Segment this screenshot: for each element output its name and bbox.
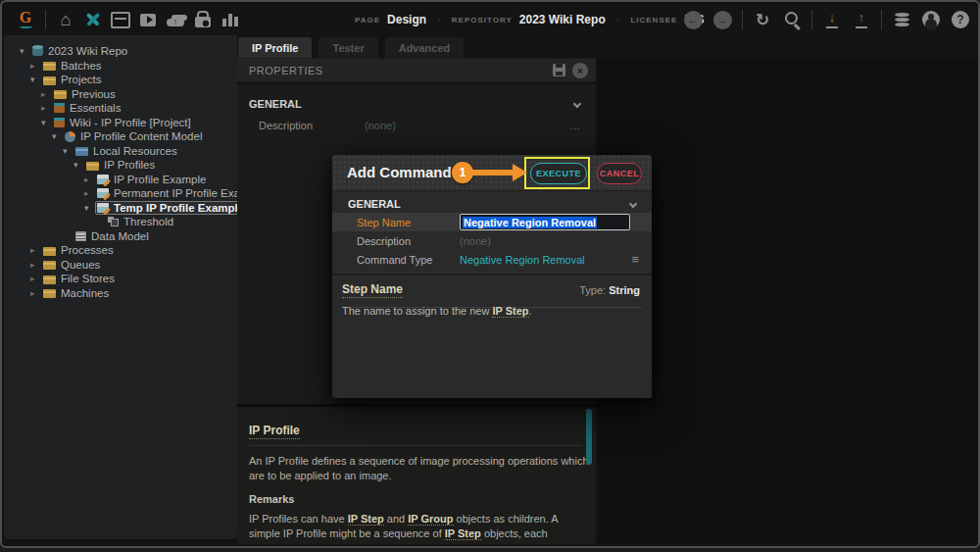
tree-item-label: Temp IP Profile Example xyxy=(114,202,237,214)
search-icon[interactable] xyxy=(780,7,804,32)
dialog-general-section[interactable]: GENERAL xyxy=(332,195,652,213)
step-name-input[interactable]: Negative Region Removal xyxy=(460,214,630,230)
expand-arrow-icon[interactable]: ▸ xyxy=(41,103,52,113)
tree-item-ip-profile-example[interactable]: ▸IP Profile Example xyxy=(4,173,237,187)
page-value[interactable]: Design xyxy=(387,13,426,26)
tree-item-content: Threshold xyxy=(106,215,178,228)
tree-item-machines[interactable]: ▸Machines xyxy=(4,286,237,301)
doc-link-ip-group[interactable]: IP Group xyxy=(408,513,453,526)
doc-link-ip-step[interactable]: IP Step xyxy=(445,527,481,540)
field-row-step-name[interactable]: Step NameNegative Region Removal xyxy=(332,213,652,231)
tree-item-content: Projects xyxy=(41,73,107,86)
expand-arrow-icon[interactable]: ▾ xyxy=(20,46,30,56)
doc-text-segment: The name to assign to the new xyxy=(342,305,492,317)
breadcrumb: PAGE Design · REPOSITORY 2023 Wiki Repo … xyxy=(355,4,704,35)
expand-arrow-icon[interactable]: ▸ xyxy=(30,288,41,298)
ellipsis-icon[interactable]: … xyxy=(569,120,580,131)
tree-item-local-resources[interactable]: ▾Local Resources xyxy=(4,144,237,159)
field-type-info: Type: String xyxy=(579,284,640,296)
tree-item-data-model[interactable]: Data Model xyxy=(4,229,237,244)
expand-arrow-icon[interactable]: ▾ xyxy=(63,146,74,156)
expand-arrow-icon[interactable]: ▸ xyxy=(84,175,95,184)
expand-arrow-icon[interactable]: ▾ xyxy=(30,75,41,84)
cloud-upload-icon[interactable] xyxy=(164,7,187,32)
image-icon xyxy=(97,188,109,198)
expand-arrow-icon[interactable]: ▸ xyxy=(30,260,41,270)
properties-header: PROPERTIES × xyxy=(237,59,596,84)
media-box-icon[interactable] xyxy=(136,7,160,32)
folder-blue-icon xyxy=(75,147,88,156)
tab-advanced[interactable]: Advanced xyxy=(385,37,465,58)
repository-label: REPOSITORY xyxy=(452,16,513,25)
tree-item-projects[interactable]: ▾Projects xyxy=(4,73,237,87)
toolbar-group xyxy=(751,7,804,32)
tree-item-label: Essentials xyxy=(70,102,121,114)
doc-text-segment: IP Profiles can have xyxy=(249,513,348,525)
breadcrumb-separator: · xyxy=(616,14,620,25)
refresh-icon[interactable] xyxy=(751,7,774,32)
forward-icon[interactable] xyxy=(710,7,734,32)
field-value: Negative Region Removal xyxy=(460,254,585,266)
tree-item-threshold[interactable]: Threshold xyxy=(4,215,237,229)
expand-arrow-icon[interactable]: ▸ xyxy=(84,188,95,198)
tree-item-temp-ip-profile-example[interactable]: ▾Temp IP Profile Example xyxy=(4,201,237,216)
toolbar-divider xyxy=(742,10,743,29)
upload-icon[interactable] xyxy=(850,7,873,32)
folder-icon xyxy=(86,162,99,171)
job-bag-icon[interactable] xyxy=(191,7,215,32)
tree-item-file-stores[interactable]: ▸File Stores xyxy=(4,272,237,286)
cancel-button[interactable]: CANCEL xyxy=(597,163,642,184)
expand-arrow-icon[interactable]: ▾ xyxy=(74,160,84,170)
back-icon[interactable] xyxy=(681,7,705,32)
tree-item-essentials[interactable]: ▸Essentials xyxy=(4,101,237,116)
tree-item-label: Projects xyxy=(61,74,102,85)
doc-heading[interactable]: IP Profile xyxy=(249,424,300,439)
general-section-header[interactable]: GENERAL xyxy=(237,93,596,115)
expand-arrow-icon[interactable]: ▸ xyxy=(30,274,41,283)
tree-item-wiki-ip-profile-project-[interactable]: ▾Wiki - IP Profile [Project] xyxy=(4,116,237,130)
tree-item-ip-profiles[interactable]: ▾IP Profiles xyxy=(4,158,237,173)
expand-arrow-icon[interactable]: ▸ xyxy=(41,89,52,99)
tree-item-queues[interactable]: ▸Queues xyxy=(4,258,237,273)
help-icon[interactable] xyxy=(949,7,972,32)
app-logo[interactable]: G xyxy=(14,11,37,28)
expand-arrow-icon[interactable]: ▾ xyxy=(84,203,95,213)
field-row-command-type[interactable]: Command TypeNegative Region Removal≡ xyxy=(332,250,652,269)
field-row-description[interactable]: Description(none) xyxy=(332,231,652,250)
expand-arrow-icon[interactable]: ▸ xyxy=(30,61,41,71)
close-icon[interactable]: × xyxy=(572,63,588,78)
annotation-step-badge: 1 xyxy=(452,162,473,183)
tree-item-content: 2023 Wiki Repo xyxy=(30,44,132,58)
expand-arrow-icon[interactable]: ▾ xyxy=(52,131,63,141)
tree-item-batches[interactable]: ▸Batches xyxy=(4,59,237,74)
tree-item-processes[interactable]: ▸Processes xyxy=(4,243,237,258)
repository-value[interactable]: 2023 Wiki Repo xyxy=(519,13,606,26)
add-command-dialog: Add Command EXECUTE CANCEL GENERAL Step … xyxy=(332,155,652,398)
archive-icon[interactable] xyxy=(109,7,132,32)
tab-tester[interactable]: Tester xyxy=(318,37,377,58)
annotation-arrow-shaft xyxy=(472,170,514,176)
expand-arrow-icon[interactable]: ▸ xyxy=(30,245,41,255)
breadcrumb-separator: · xyxy=(437,14,441,25)
doc-link-ip-step[interactable]: IP Step xyxy=(348,513,384,526)
doc-link-ip-command[interactable]: IP Command xyxy=(315,542,380,544)
field-doc-heading[interactable]: Step Name xyxy=(342,282,403,298)
tree-item-2023-wiki-repo[interactable]: ▾2023 Wiki Repo xyxy=(4,44,237,59)
database-icon[interactable] xyxy=(890,7,913,32)
tree-item-previous[interactable]: ▸Previous xyxy=(4,87,237,102)
description-property-row[interactable]: Description (none) … xyxy=(237,117,596,134)
user-icon[interactable] xyxy=(919,7,943,32)
tree-item-permanent-ip-profile-example[interactable]: ▸Permanent IP Profile Example xyxy=(4,186,237,201)
download-icon[interactable] xyxy=(820,7,844,32)
save-icon[interactable] xyxy=(553,64,565,76)
tree-item-label: Wiki - IP Profile [Project] xyxy=(70,117,191,128)
tab-ip-profile[interactable]: IP Profile xyxy=(238,37,312,58)
doc-link-ip-step[interactable]: IP Step xyxy=(492,305,528,318)
tools-icon[interactable] xyxy=(81,7,105,32)
home-icon[interactable] xyxy=(54,7,77,32)
bar-chart-icon[interactable] xyxy=(219,7,242,32)
doc-scrollbar-thumb[interactable] xyxy=(586,409,592,465)
tree-item-ip-profile-content-model[interactable]: ▾IP Profile Content Model xyxy=(4,129,237,144)
menu-icon[interactable]: ≡ xyxy=(631,252,639,267)
expand-arrow-icon[interactable]: ▾ xyxy=(41,118,52,127)
